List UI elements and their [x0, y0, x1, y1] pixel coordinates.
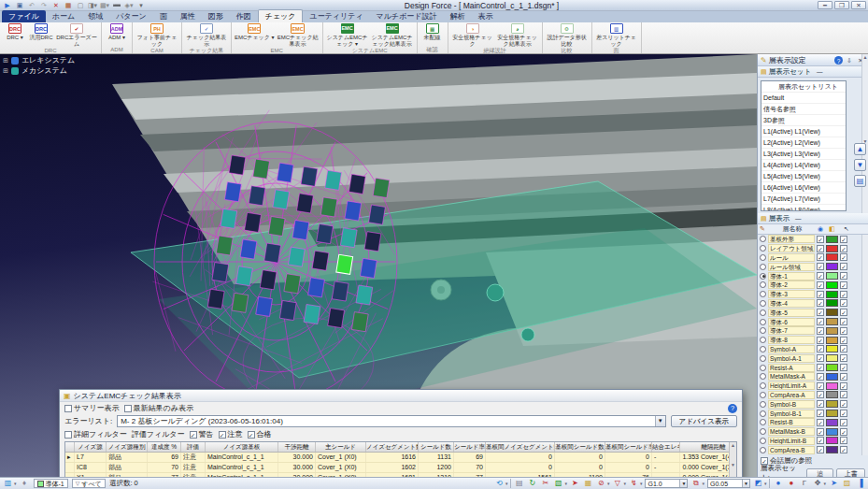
layer-select-checkbox[interactable]: ✓	[840, 410, 847, 417]
column-header[interactable]: 主シールド	[316, 442, 366, 452]
tab-ファイル[interactable]: ファイル	[2, 10, 46, 22]
column-header[interactable]: ノイズ源種別	[107, 442, 148, 452]
tab-表示[interactable]: 表示	[472, 10, 500, 22]
layer-visible-checkbox[interactable]: ✓	[817, 428, 824, 436]
layer-select-checkbox[interactable]: ✓	[840, 327, 847, 335]
layer-visible-checkbox[interactable]: ✓	[817, 272, 824, 280]
snap-mode-icon[interactable]: ◩	[753, 479, 763, 488]
tool-icon[interactable]: ◈▾	[123, 1, 135, 10]
layer-select-checkbox[interactable]: ✓	[840, 382, 847, 390]
layer-color-swatch[interactable]	[826, 281, 838, 289]
fit-view-icon[interactable]: ⟲	[494, 479, 505, 488]
layer-visible-checkbox[interactable]: ✓	[817, 236, 824, 243]
layer-select-checkbox[interactable]: ✓	[840, 400, 847, 408]
layer-edit-radio[interactable]	[760, 300, 766, 307]
layer-visible-checkbox[interactable]: ✓	[817, 400, 824, 408]
layer-select-checkbox[interactable]: ✓	[840, 428, 847, 436]
layer-select-checkbox[interactable]: ✓	[840, 253, 847, 261]
layer-color-swatch[interactable]	[826, 327, 838, 335]
layer-visible-checkbox[interactable]: ✓	[817, 337, 824, 344]
system-emc-check-button[interactable]: EMCシステムEMCチェック ▾	[325, 22, 370, 47]
layer-visible-checkbox[interactable]: ✓	[817, 309, 824, 316]
angle-mode-icon[interactable]: ▽	[612, 479, 622, 488]
grid-size-combo[interactable]: G1.0▼	[645, 479, 688, 488]
panel-toggle-icon[interactable]: ▐	[855, 479, 865, 488]
tab-パターン[interactable]: パターン	[109, 10, 153, 22]
column-header[interactable]: 達成度 %	[148, 442, 181, 452]
layer-select-checkbox[interactable]: ✓	[840, 373, 847, 381]
layer-scrollbar[interactable]	[861, 235, 868, 455]
column-header[interactable]: ノイズ源	[75, 442, 107, 452]
detail-filter-checkbox[interactable]: 詳細フィルター	[64, 429, 127, 439]
layer-color-swatch[interactable]	[826, 272, 838, 280]
layer-select-checkbox[interactable]: ✓	[840, 446, 847, 453]
route-arrow-icon[interactable]: ➤	[570, 479, 580, 488]
tree-item[interactable]: ⊞エレキシステム	[3, 55, 75, 65]
qa-more-icon[interactable]: ▾	[135, 1, 147, 10]
layer-visible-checkbox[interactable]: ✓	[817, 446, 824, 453]
pen-icon[interactable]: ♦	[20, 479, 30, 488]
display-set-icon[interactable]: ▩▾	[99, 1, 110, 10]
layer-set-item[interactable]: L6(Active) L6(View)	[761, 182, 846, 194]
layer-color-swatch[interactable]	[826, 437, 838, 444]
result-table[interactable]: ノイズ源ノイズ源種別達成度 %評価ノイズ源基板干渉距離主シールドノイズセグメント…	[64, 441, 737, 477]
filter-pass-checkbox[interactable]: ✓合格	[248, 429, 272, 439]
close-button[interactable]: ✕	[851, 1, 866, 9]
layer-visible-checkbox[interactable]: ✓	[817, 419, 824, 426]
layer-select-checkbox[interactable]: ✓	[840, 245, 847, 252]
column-header[interactable]: ノイズセグメント数	[366, 442, 419, 452]
layer-visible-checkbox[interactable]: ✓	[817, 364, 824, 371]
layer-edit-radio[interactable]	[760, 419, 766, 425]
dot-red-icon[interactable]: ●	[786, 479, 796, 488]
layer-color-swatch[interactable]	[826, 400, 838, 408]
pin-icon[interactable]: ⇩	[845, 56, 854, 65]
layer-visible-checkbox[interactable]: ✓	[817, 373, 824, 381]
refresh-icon[interactable]: ↻	[527, 479, 537, 488]
error-list-combo[interactable]: M- 2 基板シールディング (2023-06-05-16:01:04)▼	[117, 415, 665, 427]
emc-check-result-button[interactable]: EMCEMCチェック結果表示	[276, 22, 320, 47]
snap-grid-size-combo[interactable]: G0.05▼	[707, 479, 750, 488]
pick-filter-icon[interactable]: ◨▾	[87, 1, 98, 10]
layer-edit-radio[interactable]	[760, 236, 766, 242]
layer-visible-checkbox[interactable]: ✓	[817, 245, 824, 252]
layer-set-item[interactable]: L1(Active) L1(View)	[761, 126, 846, 137]
dialog-title-bar[interactable]: ▣ システムEMCチェック結果表示	[60, 390, 742, 402]
table-vertical-scrollbar[interactable]: ▲▼	[729, 442, 736, 477]
layer-set-item[interactable]: L8(Active) L8(View)	[761, 205, 846, 211]
layer-edit-radio[interactable]	[760, 373, 766, 380]
tab-属性[interactable]: 属性	[174, 10, 202, 22]
clearance-icon[interactable]: ⊘	[596, 479, 606, 488]
tab-面[interactable]: 面	[153, 10, 174, 22]
3d-viewport[interactable]: ⊞エレキシステム⊞メカシステム ▣ システムEMCチェック結果表示 サマリー表示…	[0, 54, 757, 477]
column-header[interactable]: シールド率	[454, 442, 486, 452]
layer-visible-checkbox[interactable]: ✓	[817, 382, 824, 390]
layer-edit-radio[interactable]	[760, 264, 766, 270]
filter-warn-checkbox[interactable]: ✓警告	[190, 429, 214, 439]
advise-button[interactable]: アドバイス表示	[671, 415, 737, 427]
layer-color-swatch[interactable]	[826, 291, 838, 298]
layer-visible-checkbox[interactable]: ✓	[817, 410, 824, 417]
layer-color-swatch[interactable]	[826, 337, 838, 344]
column-header[interactable]: ノイズ源基板	[206, 442, 278, 452]
layer-edit-radio[interactable]	[760, 337, 766, 343]
layer-edit-radio[interactable]	[760, 382, 766, 389]
layer-edit-radio[interactable]	[760, 392, 766, 398]
layer-color-swatch[interactable]	[826, 428, 838, 436]
tab-マルチボード設計[interactable]: マルチボード設計	[370, 10, 444, 22]
layer-edit-radio[interactable]	[760, 309, 766, 316]
layer-select-checkbox[interactable]: ✓	[840, 309, 847, 316]
layer-color-swatch[interactable]	[826, 345, 838, 352]
layer-color-swatch[interactable]	[826, 410, 838, 417]
tab-領域[interactable]: 領域	[81, 10, 109, 22]
layer-select-checkbox[interactable]: ✓	[840, 291, 847, 298]
layer-select-checkbox[interactable]: ✓	[840, 281, 847, 289]
view-mode-icon[interactable]: ▥	[3, 479, 13, 488]
layer-visible-checkbox[interactable]: ✓	[817, 291, 824, 298]
net-highlight-icon[interactable]: ↯	[629, 479, 639, 488]
layer-visible-checkbox[interactable]: ✓	[817, 263, 824, 270]
drc-error-zoom-button[interactable]: ✔DRCエラーズーム	[54, 22, 99, 47]
layer-visible-checkbox[interactable]: ✓	[817, 318, 824, 325]
tab-ユーティリティ[interactable]: ユーティリティ	[303, 10, 369, 22]
layer-set-item[interactable]: 3D参照	[761, 115, 846, 126]
move-down-button[interactable]: ▼	[854, 159, 866, 171]
